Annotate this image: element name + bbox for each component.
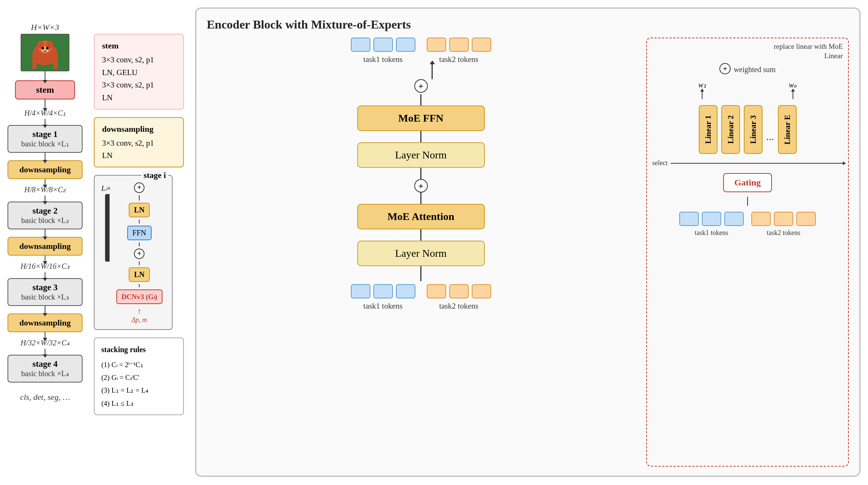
dim-label-0: H×W×3 [31,23,59,32]
moe-token-orange-1 [751,212,771,226]
moe-task1-group: task1 tokens [679,212,744,237]
w1-label: w₁ [698,80,706,89]
token-blue-4 [351,284,370,298]
arrow-1 [45,99,45,108]
stage-i-title: stage i [141,170,168,180]
right-content: task1 tokens task2 tokens [207,38,849,467]
gating-block: Gating [723,173,772,192]
svg-point-8 [43,50,47,52]
top-task1-group: task1 tokens [351,38,415,64]
downsample-desc-box: downsampling 3×3 conv, s2, p1 LN [94,117,184,167]
bottom-task1-group: task1 tokens [351,284,415,311]
plus-mid: + [134,249,144,259]
arrow-6 [45,229,45,237]
svg-rect-10 [53,54,58,69]
weighted-plus: + [719,63,731,74]
linearE-block: Linear E [778,105,797,154]
arrow-9 [45,306,45,313]
moe-attention-block: MoE Attention [357,204,485,229]
token-orange-5 [449,284,469,298]
layer-norm-top-block: Layer Norm [357,142,485,168]
linear3-block: Linear 3 [744,105,763,154]
linear-blocks-row: Linear 1 Linear 2 Linear 3 ... Linear E [699,105,797,154]
moe-token-blue-1 [679,212,699,226]
left-panel: H×W×3 st [8,11,184,415]
token-blue-1 [351,38,370,52]
moe-task2-group: task2 tokens [751,212,816,237]
top-task2-row [427,38,491,52]
ln-bottom: LN [129,267,150,282]
layer-norm-bottom-block: Layer Norm [357,241,485,266]
top-task2-label: task2 tokens [439,55,478,64]
plus-top-enc: + [414,79,428,93]
right-panel: Encoder Block with Mixture-of-Experts ta… [195,8,860,477]
moe-task1-row [679,212,744,226]
token-orange-1 [427,38,446,52]
plus-top: + [134,182,144,193]
token-blue-6 [396,284,415,298]
arrow-8 [45,272,45,278]
stage1-block: stage 1 basic block ×L₁ [8,125,83,153]
encoder-main: task1 tokens task2 tokens [207,38,635,467]
stage3-block: stage 3 basic block ×L₃ [8,278,83,306]
arrow-3 [45,153,45,160]
li-label: Lᵢ× [101,184,111,193]
arrow-2 [45,119,45,125]
linear1-block: Linear 1 [699,105,718,154]
ffn-block: FFN [127,226,152,240]
right-title: Encoder Block with Mixture-of-Experts [207,18,849,32]
stem-desc-box: stem 3×3 conv, s2, p1 LN, GELU 3×3 conv,… [94,34,184,110]
bottom-task2-group: task2 tokens [427,284,491,311]
moe-task1-label: task1 tokens [695,229,728,237]
arrow-11 [45,349,45,355]
replace-label: replace linear with MoE Linear [768,42,843,60]
moe-token-orange-2 [774,212,793,226]
moe-bottom-tokens: task1 tokens task2 tokens [679,212,816,237]
arrow-4 [45,179,45,185]
output-label: cls, det, seg, … [20,392,70,402]
bottom-task1-label: task1 tokens [363,301,402,311]
weighted-sum-label: weighted sum [734,65,776,74]
moe-detail-panel: replace linear with MoE Linear + weighte… [646,38,849,467]
token-blue-3 [396,38,415,52]
top-task1-label: task1 tokens [363,55,402,64]
bottom-token-section: task1 tokens task2 tokens [351,284,491,311]
linear2-block: Linear 2 [721,105,740,154]
detail-panel: stem 3×3 conv, s2, p1 LN, GELU 3×3 conv,… [94,34,184,415]
token-orange-4 [427,284,446,298]
stage4-block: stage 4 basic block ×L₄ [8,355,83,383]
token-orange-2 [449,38,469,52]
delta-label: Δp, m [131,316,147,324]
top-task2-group: task2 tokens [427,38,491,64]
moe-task2-label: task2 tokens [767,229,800,237]
bottom-task2-row [427,284,491,298]
ln-top: LN [129,203,150,217]
svg-point-6 [41,47,44,50]
moe-task2-row [751,212,816,226]
moe-token-orange-3 [796,212,816,226]
main-container: H×W×3 st [0,0,868,485]
input-image [21,34,69,71]
dots-label: ... [766,131,774,154]
arrow-0 [45,71,45,80]
stage2-block: stage 2 basic block ×L₂ [8,202,83,229]
token-blue-5 [373,284,393,298]
bottom-task1-row [351,284,415,298]
svg-point-7 [46,47,49,50]
token-orange-3 [472,38,491,52]
arrow-7 [45,256,45,262]
svg-rect-9 [32,54,37,69]
plus-mid-enc: + [414,179,428,193]
wE-label: wₑ [789,80,797,89]
token-blue-2 [373,38,393,52]
moe-ffn-block: MoE FFN [357,105,485,131]
moe-token-blue-2 [702,212,721,226]
select-label: select [652,159,668,167]
dcnv3-block: DCNv3 (Gᵢ) [116,289,162,304]
arrow-5 [45,196,45,202]
top-token-section: task1 tokens task2 tokens [351,38,491,64]
arrow-10 [45,332,45,338]
moe-token-blue-3 [724,212,744,226]
token-orange-6 [472,284,491,298]
bottom-task2-label: task2 tokens [439,301,478,311]
